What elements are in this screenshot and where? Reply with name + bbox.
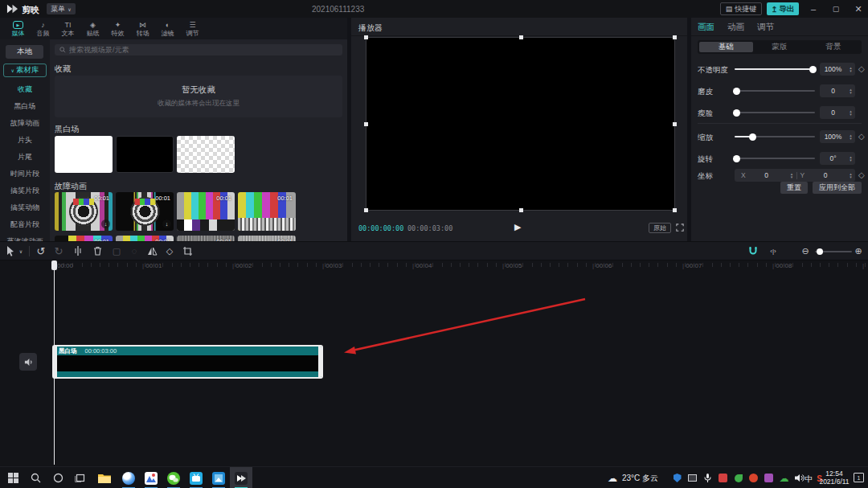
split-button[interactable] bbox=[71, 242, 85, 260]
sidebar-item-time-clips[interactable]: 时间片段 bbox=[0, 166, 50, 182]
stepper[interactable]: ▴▾ bbox=[846, 152, 855, 165]
tab-transition[interactable]: ⋈ 转场 bbox=[130, 18, 155, 39]
download-icon[interactable]: ↓ bbox=[101, 219, 110, 228]
close-button[interactable]: ✕ bbox=[849, 0, 868, 18]
rotate-button[interactable]: ◇ bbox=[162, 242, 177, 260]
fullscreen-icon[interactable] bbox=[676, 223, 684, 232]
taskbar-app-docs[interactable] bbox=[140, 467, 162, 488]
taskbar-app-bilibili[interactable] bbox=[185, 467, 207, 488]
aspect-ratio-button[interactable]: 原始 bbox=[649, 223, 671, 233]
weather-text[interactable]: 23°C 多云 bbox=[622, 467, 658, 488]
menu-button[interactable]: 菜单 ∨ bbox=[47, 3, 76, 14]
thumbnail-glitch-static-light[interactable]: 00:01 bbox=[238, 236, 296, 241]
taskbar-app-photos[interactable] bbox=[207, 467, 230, 488]
action-center-button[interactable]: 1 bbox=[854, 473, 864, 482]
timeline-zoom-in-button[interactable]: ⊕ bbox=[852, 242, 865, 260]
resize-handle[interactable] bbox=[364, 35, 368, 39]
tray-purple-app-icon[interactable] bbox=[764, 473, 774, 483]
reverse-button[interactable]: ◌ bbox=[127, 242, 141, 260]
thumbnail-glitch-bars-dark[interactable]: 00:01 bbox=[55, 236, 113, 241]
thumbnail-transparent-field[interactable] bbox=[177, 136, 235, 173]
weather-icon[interactable]: ☁ bbox=[608, 467, 617, 488]
keyframe-icon[interactable]: ◇ bbox=[858, 132, 865, 141]
resize-handle[interactable] bbox=[673, 35, 677, 39]
search-input[interactable] bbox=[69, 46, 338, 54]
select-tool-dropdown[interactable]: ∨ bbox=[17, 242, 25, 260]
tab-adjustment[interactable]: 调节 bbox=[757, 22, 774, 33]
apply-to-all-button[interactable]: 应用到全部 bbox=[813, 182, 862, 194]
thumbnail-glitch-colorbars-noise[interactable]: 00:01 ↓ bbox=[238, 192, 296, 231]
tray-screen-snip-icon[interactable] bbox=[687, 473, 698, 483]
stepper[interactable]: ▴▾ bbox=[846, 130, 855, 143]
taskbar-app-browser[interactable] bbox=[117, 467, 140, 488]
select-tool-button[interactable] bbox=[4, 242, 17, 260]
resize-handle[interactable] bbox=[519, 35, 523, 39]
subtab-mask[interactable]: 蒙版 bbox=[753, 42, 807, 52]
reset-button[interactable]: 重置 bbox=[780, 182, 808, 194]
shortcut-keys-button[interactable]: ▤ 快捷键 bbox=[720, 2, 762, 15]
file-explorer-button[interactable] bbox=[93, 467, 116, 488]
resize-handle[interactable] bbox=[519, 208, 523, 212]
task-view-button[interactable] bbox=[69, 467, 92, 488]
slim-face-slider[interactable] bbox=[735, 112, 815, 113]
preview-axis-button[interactable]: ‹|› bbox=[765, 242, 781, 260]
cortana-button[interactable] bbox=[47, 467, 69, 488]
keyframe-icon[interactable]: ◇ bbox=[858, 170, 865, 179]
download-icon[interactable]: ↓ bbox=[285, 219, 293, 228]
snap-toggle-button[interactable] bbox=[746, 242, 760, 260]
resize-handle[interactable] bbox=[673, 208, 677, 212]
maximize-button[interactable]: ▢ bbox=[826, 0, 845, 18]
tab-filter[interactable]: ◐ 滤镜 bbox=[155, 18, 180, 39]
opacity-value[interactable]: 100% ▴▾ bbox=[820, 63, 855, 76]
timeline-zoom-knob[interactable] bbox=[817, 248, 823, 255]
rotate-value[interactable]: 0° ▴▾ bbox=[820, 152, 855, 165]
thumbnail-black-field[interactable] bbox=[116, 136, 174, 173]
tray-ime-icon[interactable]: 中 bbox=[804, 474, 814, 484]
timeline-zoom-out-button[interactable]: ⊖ bbox=[799, 242, 812, 260]
delete-button[interactable] bbox=[90, 242, 104, 260]
download-icon[interactable]: ↓ bbox=[162, 219, 171, 228]
tab-animation[interactable]: 动画 bbox=[727, 22, 744, 33]
rotate-slider[interactable] bbox=[735, 158, 815, 159]
resize-handle[interactable] bbox=[364, 208, 368, 212]
taskbar-app-wechat[interactable] bbox=[162, 467, 185, 488]
taskbar-clock[interactable]: 12:54 2021/6/11 bbox=[817, 470, 852, 486]
tab-media[interactable]: ▶ 媒体 bbox=[6, 18, 31, 39]
tab-effects[interactable]: ✦ 特效 bbox=[105, 18, 130, 39]
start-button[interactable] bbox=[2, 467, 24, 488]
crop-button[interactable] bbox=[180, 242, 194, 260]
thumbnail-glitch-bars[interactable]: 00:01 bbox=[116, 236, 174, 241]
tray-cloud-drive-icon[interactable]: ☁ bbox=[779, 473, 789, 483]
position-control[interactable]: X 0 ▴▾ Y 0 ▴▾ bbox=[735, 169, 855, 182]
stepper[interactable]: ▴▾ bbox=[846, 106, 855, 119]
taskbar-search-button[interactable] bbox=[24, 467, 47, 488]
sidebar-item-dubbing-clips[interactable]: 配音片段 bbox=[0, 216, 50, 233]
stepper[interactable]: ▴▾ bbox=[846, 84, 855, 97]
sidebar-item-funny-animals[interactable]: 搞笑动物 bbox=[0, 199, 50, 216]
sidebar-item-intro[interactable]: 片头 bbox=[0, 132, 50, 149]
sidebar-item-outro[interactable]: 片尾 bbox=[0, 149, 50, 166]
thumbnail-glitch-testcard-portrait[interactable]: 00:01 ↓ bbox=[116, 192, 174, 231]
tray-microphone-icon[interactable] bbox=[702, 473, 713, 483]
thumbnail-glitch-static[interactable]: 00:01 bbox=[177, 236, 235, 241]
stepper[interactable]: ▴▾ bbox=[846, 172, 855, 179]
smooth-skin-value[interactable]: 0 ▴▾ bbox=[820, 84, 855, 97]
sidebar-item-bw-field[interactable]: 黑白场 bbox=[0, 98, 50, 115]
smooth-skin-slider[interactable] bbox=[735, 90, 815, 92]
search-bar[interactable] bbox=[55, 44, 342, 55]
tab-adjust[interactable]: ☰ 调节 bbox=[180, 18, 205, 39]
sidebar-item-funny-clips[interactable]: 搞笑片段 bbox=[0, 182, 50, 199]
position-y-value[interactable]: 0 bbox=[805, 171, 846, 179]
tray-security-shield-icon[interactable] bbox=[672, 473, 682, 483]
tab-picture[interactable]: 画面 bbox=[698, 22, 714, 33]
play-button[interactable]: ▶ bbox=[514, 222, 521, 232]
resize-handle[interactable] bbox=[364, 122, 368, 126]
thumbnail-glitch-colorbars[interactable]: 00:01 bbox=[177, 192, 235, 231]
minimize-button[interactable]: – bbox=[804, 0, 823, 18]
scale-slider[interactable] bbox=[735, 136, 815, 137]
redo-button[interactable]: ↻ bbox=[51, 242, 66, 260]
taskbar-app-capcut[interactable] bbox=[230, 467, 252, 488]
sidebar-item-local[interactable]: 本地 bbox=[6, 45, 43, 59]
scale-value[interactable]: 100% ▴▾ bbox=[820, 130, 855, 143]
sidebar-item-glitch[interactable]: 故障动画 bbox=[0, 115, 50, 132]
